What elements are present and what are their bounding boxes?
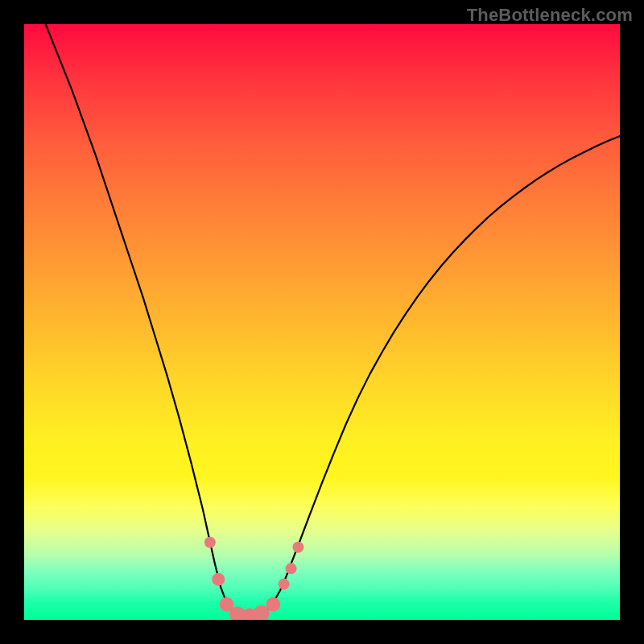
watermark-text: TheBottleneck.com <box>467 5 633 26</box>
marker-dot <box>279 579 290 590</box>
markers-svg <box>24 24 620 620</box>
chart-frame: TheBottleneck.com <box>0 0 644 644</box>
marker-dot <box>204 537 216 548</box>
markers-group <box>204 537 304 620</box>
marker-dot <box>212 573 225 586</box>
marker-dot <box>286 563 297 574</box>
plot-area <box>24 24 620 620</box>
marker-dot <box>292 542 303 553</box>
marker-dot <box>266 597 280 612</box>
